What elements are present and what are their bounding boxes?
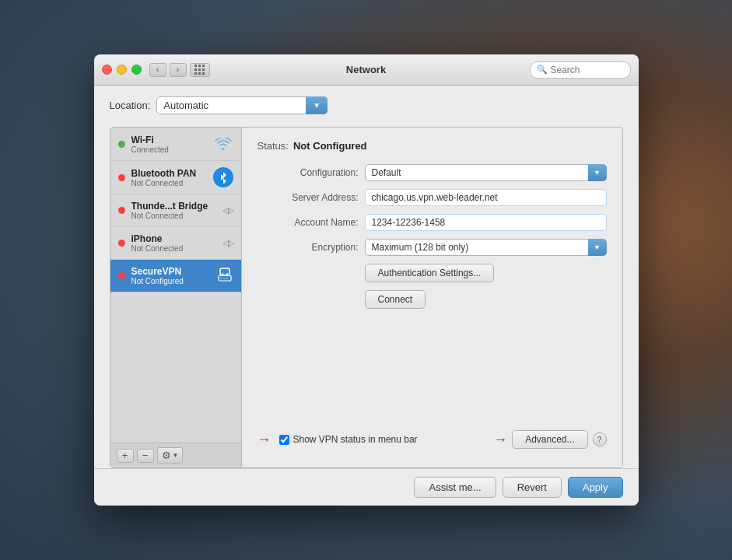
vpn-name: SecureVPN: [131, 266, 210, 277]
gear-icon: ⚙: [162, 450, 171, 461]
thunderbolt-info: Thunde...t Bridge Not Connected: [131, 201, 216, 220]
bluetooth-icon: [213, 167, 233, 187]
thunderbolt-status-dot: [118, 207, 125, 214]
sidebar-item-iphone[interactable]: iPhone Not Connected ◁▷: [110, 227, 241, 260]
server-address-row: Server Address:: [257, 189, 607, 206]
wifi-icon: [213, 134, 233, 154]
sidebar-item-securevpn[interactable]: SecureVPN Not Configured: [110, 260, 241, 292]
sidebar-toolbar: + − ⚙ ▼: [110, 443, 241, 467]
search-icon: 🔍: [537, 65, 548, 75]
thunderbolt-status: Not Connected: [131, 212, 216, 220]
close-button[interactable]: [102, 65, 112, 75]
bluetooth-status: Not Connected: [131, 179, 207, 187]
configuration-label: Configuration:: [257, 167, 359, 178]
configuration-select[interactable]: Default: [365, 164, 607, 181]
revert-button[interactable]: Revert: [503, 477, 562, 498]
body-split: Wi-Fi Connected: [110, 127, 623, 468]
vpn-info: SecureVPN Not Configured: [131, 266, 210, 285]
gear-menu-button[interactable]: ⚙ ▼: [157, 447, 184, 464]
location-label: Location:: [110, 100, 151, 111]
location-select-wrapper: Automatic Home Work Edit Locations... ▼: [156, 96, 327, 114]
configuration-control: Default ▼: [365, 164, 607, 181]
wifi-status: Connected: [131, 145, 207, 154]
vpn-arrow-icon: →: [257, 432, 271, 448]
encryption-label: Encryption:: [257, 242, 359, 253]
vpn-status: Not Configured: [131, 277, 210, 285]
account-name-input[interactable]: [365, 214, 607, 231]
right-panel: Status: Not Configured Configuration: De…: [242, 127, 623, 468]
sidebar-item-bluetooth-pan[interactable]: Bluetooth PAN Not Connected: [110, 161, 241, 194]
connect-row: Connect: [365, 290, 607, 309]
vpn-bar: → Show VPN status in menu bar → Advanced…: [257, 424, 607, 455]
remove-network-button[interactable]: −: [137, 449, 154, 463]
bluetooth-info: Bluetooth PAN Not Connected: [131, 168, 207, 187]
sidebar: Wi-Fi Connected: [110, 127, 242, 468]
sidebar-item-wifi[interactable]: Wi-Fi Connected: [110, 128, 241, 161]
location-bar: Location: Automatic Home Work Edit Locat…: [110, 93, 623, 117]
thunderbolt-name: Thunde...t Bridge: [131, 201, 216, 212]
apply-button[interactable]: Apply: [568, 477, 623, 498]
encryption-control: Maximum (128 bit only) None Automatic (1…: [365, 239, 607, 256]
advanced-button[interactable]: Advanced...: [512, 430, 587, 449]
nav-buttons: ‹ ›: [149, 63, 187, 77]
assist-me-button[interactable]: Assist me...: [414, 477, 496, 498]
configuration-select-wrapper: Default ▼: [365, 164, 607, 181]
auth-settings-button[interactable]: Authentication Settings...: [365, 264, 495, 282]
maximize-button[interactable]: [131, 65, 142, 75]
add-network-button[interactable]: +: [117, 449, 134, 463]
back-button[interactable]: ‹: [149, 63, 166, 77]
svg-rect-0: [220, 268, 229, 275]
encryption-row: Encryption: Maximum (128 bit only) None …: [257, 239, 607, 256]
server-address-input[interactable]: [365, 189, 607, 206]
bluetooth-status-dot: [118, 174, 125, 181]
titlebar: ‹ › Network 🔍: [94, 54, 639, 86]
thunderbolt-icon: ◁▷: [222, 205, 233, 215]
wifi-info: Wi-Fi Connected: [131, 135, 207, 154]
iphone-status-dot: [118, 240, 125, 247]
show-vpn-label[interactable]: Show VPN status in menu bar: [279, 434, 418, 445]
search-box[interactable]: 🔍: [530, 61, 631, 79]
vpn-icon: [216, 267, 233, 285]
main-content: Location: Automatic Home Work Edit Locat…: [94, 86, 639, 468]
network-window: ‹ › Network 🔍 Location: Automatic Home: [94, 54, 639, 506]
server-address-label: Server Address:: [257, 192, 359, 203]
connect-button[interactable]: Connect: [365, 290, 426, 309]
encryption-select[interactable]: Maximum (128 bit only) None Automatic (1…: [365, 239, 607, 256]
traffic-lights: [102, 65, 142, 75]
iphone-status: Not Connected: [131, 244, 216, 253]
advanced-arrow-icon: →: [493, 432, 507, 448]
location-select[interactable]: Automatic Home Work Edit Locations...: [156, 96, 327, 114]
sidebar-item-thunderbolt[interactable]: Thunde...t Bridge Not Connected ◁▷: [110, 194, 241, 227]
minimize-button[interactable]: [117, 65, 127, 75]
auth-settings-row: Authentication Settings...: [365, 264, 607, 282]
gear-arrow-icon: ▼: [173, 452, 179, 459]
vpn-status-dot: [118, 272, 125, 279]
show-vpn-checkbox[interactable]: [279, 435, 289, 445]
status-value: Not Configured: [293, 140, 367, 152]
window-title: Network: [346, 64, 386, 75]
wifi-status-dot: [118, 141, 125, 148]
grid-button[interactable]: [190, 63, 210, 77]
forward-button[interactable]: ›: [170, 63, 187, 77]
configuration-row: Configuration: Default ▼: [257, 164, 607, 181]
help-button[interactable]: ?: [593, 432, 607, 446]
iphone-icon: ◁▷: [222, 238, 233, 248]
account-name-label: Account Name:: [257, 217, 359, 228]
status-line: Status: Not Configured: [257, 140, 607, 152]
search-input[interactable]: [551, 65, 624, 75]
iphone-info: iPhone Not Connected: [131, 233, 216, 253]
wifi-name: Wi-Fi: [131, 135, 207, 145]
account-name-row: Account Name:: [257, 214, 607, 231]
encryption-select-wrapper: Maximum (128 bit only) None Automatic (1…: [365, 239, 607, 256]
sidebar-list: Wi-Fi Connected: [110, 128, 241, 443]
server-address-control: [365, 189, 607, 206]
bluetooth-name: Bluetooth PAN: [131, 168, 207, 179]
advanced-btn-wrap: → Advanced... ?: [493, 430, 606, 449]
status-label: Status:: [257, 140, 289, 152]
iphone-name: iPhone: [131, 233, 216, 244]
show-vpn-text: Show VPN status in menu bar: [293, 434, 418, 445]
bottom-bar: Assist me... Revert Apply: [94, 468, 639, 506]
account-name-control: [365, 214, 607, 231]
